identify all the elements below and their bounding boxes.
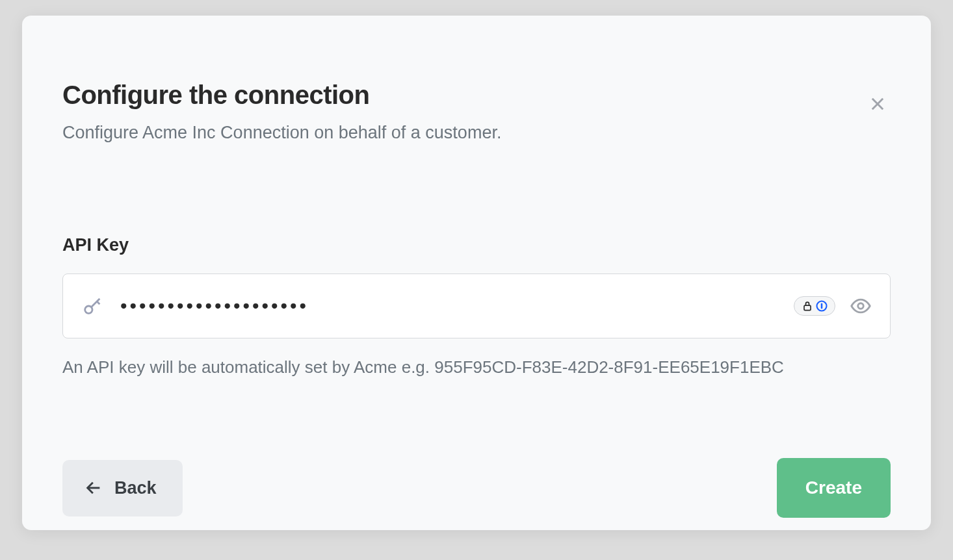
svg-line-4	[97, 301, 99, 304]
modal-title: Configure the connection	[62, 81, 891, 110]
api-key-section: API Key	[62, 235, 891, 379]
back-button[interactable]: Back	[62, 460, 183, 516]
lock-icon	[801, 299, 814, 312]
password-manager-badge[interactable]	[794, 296, 835, 316]
modal-footer: Back Create	[62, 458, 891, 518]
close-icon	[868, 95, 887, 113]
modal-subtitle: Configure Acme Inc Connection on behalf …	[62, 123, 891, 143]
create-button[interactable]: Create	[777, 458, 891, 518]
back-button-label: Back	[114, 478, 157, 498]
key-icon	[81, 295, 103, 317]
onepassword-icon	[815, 299, 828, 312]
api-key-input[interactable]	[120, 295, 794, 317]
api-key-label: API Key	[62, 235, 891, 255]
svg-point-8	[858, 303, 864, 309]
svg-point-2	[85, 306, 92, 313]
eye-icon	[850, 295, 872, 317]
arrow-left-icon	[85, 479, 103, 497]
modal-header: Configure the connection Configure Acme …	[62, 81, 891, 143]
configure-connection-modal: Configure the connection Configure Acme …	[22, 16, 931, 530]
api-key-input-wrap	[62, 274, 891, 338]
api-key-helper: An API key will be automatically set by …	[62, 355, 891, 379]
close-button[interactable]	[865, 91, 891, 117]
svg-rect-5	[804, 305, 811, 311]
toggle-visibility-button[interactable]	[850, 295, 872, 317]
svg-rect-7	[821, 303, 823, 309]
